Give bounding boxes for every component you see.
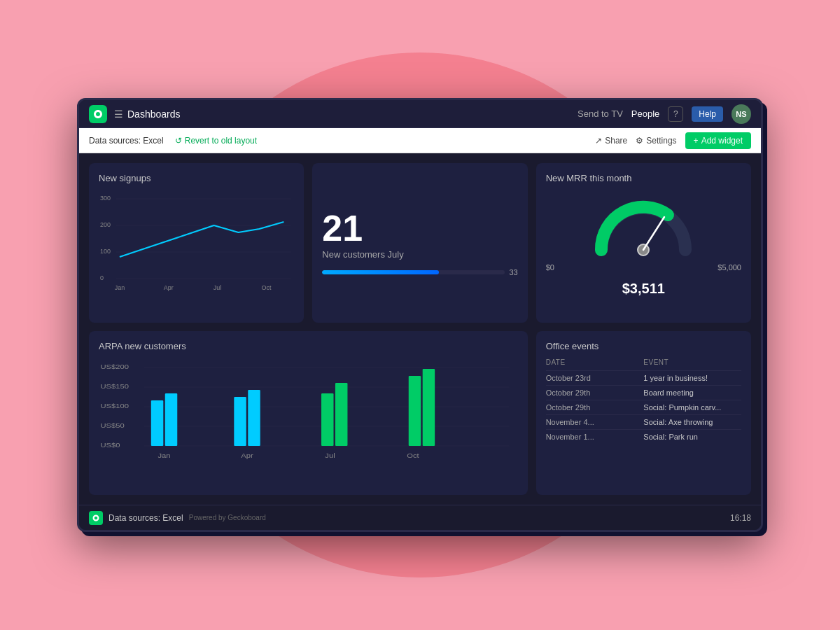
svg-rect-30 xyxy=(409,376,421,446)
navbar: ☰ Dashboards Send to TV People ? Help NS xyxy=(79,100,761,128)
event-row: October 29th Social: Pumpkin carv... xyxy=(546,400,741,414)
footer-logo xyxy=(89,511,103,525)
svg-rect-26 xyxy=(234,397,246,446)
svg-text:US$200: US$200 xyxy=(100,363,129,370)
footer-time: 16:18 xyxy=(730,513,751,523)
svg-text:300: 300 xyxy=(100,195,111,202)
brand-logo xyxy=(89,105,107,123)
svg-text:Oct: Oct xyxy=(407,452,419,459)
help-button[interactable]: Help xyxy=(692,106,723,122)
event-name: Social: Axe throwing xyxy=(643,418,741,426)
svg-rect-28 xyxy=(321,393,333,446)
events-date-header: Date xyxy=(546,358,644,366)
toolbar: Data sources: Excel ↺ Revert to old layo… xyxy=(79,128,761,153)
event-row: October 29th Board meeting xyxy=(546,385,741,400)
footer-datasource: Data sources: Excel xyxy=(108,513,183,523)
share-button[interactable]: ↗ Share xyxy=(595,136,627,146)
share-icon: ↗ xyxy=(595,136,602,146)
events-rows: October 23rd 1 year in business! October… xyxy=(546,370,741,444)
svg-line-13 xyxy=(643,217,664,250)
svg-rect-31 xyxy=(423,369,435,446)
svg-text:Jan: Jan xyxy=(115,284,125,291)
customers-label: New customers July xyxy=(322,249,517,260)
people-link[interactable]: People xyxy=(631,108,659,119)
svg-text:US$50: US$50 xyxy=(100,422,125,429)
gauge-labels: $0 $5,000 xyxy=(546,263,741,272)
gauge-container: $0 $5,000 $3,511 xyxy=(546,190,741,298)
footer-powered: Powered by Geckoboard xyxy=(189,514,266,522)
events-header: Date Event xyxy=(546,358,741,366)
settings-button[interactable]: ⚙ Settings xyxy=(636,136,676,146)
navbar-actions: Send to TV People ? Help NS xyxy=(578,104,751,124)
svg-rect-27 xyxy=(248,390,260,446)
navbar-title: Dashboards xyxy=(127,108,578,120)
progress-bar xyxy=(322,270,505,274)
svg-text:Jul: Jul xyxy=(214,284,221,291)
event-name: Board meeting xyxy=(643,388,741,397)
svg-text:US$150: US$150 xyxy=(100,383,129,390)
widget-arpa: ARPA new customers US$200 US$150 US$100 … xyxy=(89,331,528,495)
widget-customers: 21 New customers July 33 xyxy=(312,163,527,323)
svg-text:Apr: Apr xyxy=(241,452,253,459)
event-date: October 23rd xyxy=(546,374,644,382)
svg-text:Oct: Oct xyxy=(261,284,271,291)
event-name: Social: Park run xyxy=(643,433,741,441)
progress-bar-container: 33 xyxy=(322,268,517,276)
send-to-tv-link[interactable]: Send to TV xyxy=(578,108,623,119)
add-widget-label: Add widget xyxy=(701,136,743,146)
event-date: November 1... xyxy=(546,433,644,441)
svg-rect-29 xyxy=(335,383,347,446)
progress-value: 33 xyxy=(509,268,517,276)
mrr-value: $3,511 xyxy=(622,274,665,298)
event-name: 1 year in business! xyxy=(643,374,741,382)
svg-text:200: 200 xyxy=(100,221,111,228)
revert-icon: ↺ xyxy=(175,136,182,146)
mrr-amount: 3,511 xyxy=(630,281,665,296)
event-name: Social: Pumpkin carv... xyxy=(643,403,741,412)
mrr-title: New MRR this month xyxy=(546,173,741,183)
revert-label: Revert to old layout xyxy=(185,136,257,146)
widget-events: Office events Date Event October 23rd 1 … xyxy=(536,331,751,495)
svg-text:Jan: Jan xyxy=(158,452,171,459)
events-title: Office events xyxy=(546,341,741,351)
svg-rect-25 xyxy=(165,393,177,446)
dashboard-window: ☰ Dashboards Send to TV People ? Help NS… xyxy=(77,98,763,532)
footer: Data sources: Excel Powered by Geckoboar… xyxy=(79,505,761,530)
revert-layout-link[interactable]: ↺ Revert to old layout xyxy=(175,136,257,146)
svg-text:Jul: Jul xyxy=(325,452,335,459)
gauge-max-label: $5,000 xyxy=(718,263,741,272)
main-content: New signups 300 200 100 0 Jan xyxy=(79,153,761,505)
svg-text:US$100: US$100 xyxy=(100,402,129,410)
help-icon-button[interactable]: ? xyxy=(668,106,683,122)
event-row: November 1... Social: Park run xyxy=(546,429,741,444)
gauge-min-label: $0 xyxy=(546,263,554,272)
event-date: October 29th xyxy=(546,403,644,412)
event-date: October 29th xyxy=(546,388,644,397)
hamburger-icon[interactable]: ☰ xyxy=(114,108,123,120)
svg-text:100: 100 xyxy=(100,248,111,255)
settings-label: Settings xyxy=(646,136,676,146)
event-row: November 4... Social: Axe throwing xyxy=(546,414,741,429)
svg-text:0: 0 xyxy=(100,274,104,281)
arpa-title: ARPA new customers xyxy=(99,341,518,351)
customers-number: 21 xyxy=(322,210,517,246)
svg-rect-24 xyxy=(151,400,163,446)
add-widget-button[interactable]: + Add widget xyxy=(685,132,751,149)
datasource-label: Data sources: Excel xyxy=(89,136,164,146)
widget-signups: New signups 300 200 100 0 Jan xyxy=(89,163,304,323)
add-widget-plus-icon: + xyxy=(694,136,699,146)
signups-title: New signups xyxy=(99,173,294,183)
svg-text:Apr: Apr xyxy=(164,284,174,291)
widget-mrr: New MRR this month $0 $5,000 $3,511 xyxy=(536,163,751,323)
event-row: October 23rd 1 year in business! xyxy=(546,370,741,385)
events-event-header: Event xyxy=(643,358,741,366)
arpa-chart: US$200 US$150 US$100 US$50 US$0 xyxy=(99,358,518,470)
signups-chart: 300 200 100 0 Jan Apr Jul Oct xyxy=(99,190,294,295)
avatar[interactable]: NS xyxy=(732,104,751,124)
events-table: Date Event October 23rd 1 year in busine… xyxy=(546,358,741,444)
settings-icon: ⚙ xyxy=(636,136,643,146)
event-date: November 4... xyxy=(546,418,644,426)
mrr-currency: $ xyxy=(622,281,630,296)
progress-fill xyxy=(322,270,439,274)
share-label: Share xyxy=(605,136,627,146)
